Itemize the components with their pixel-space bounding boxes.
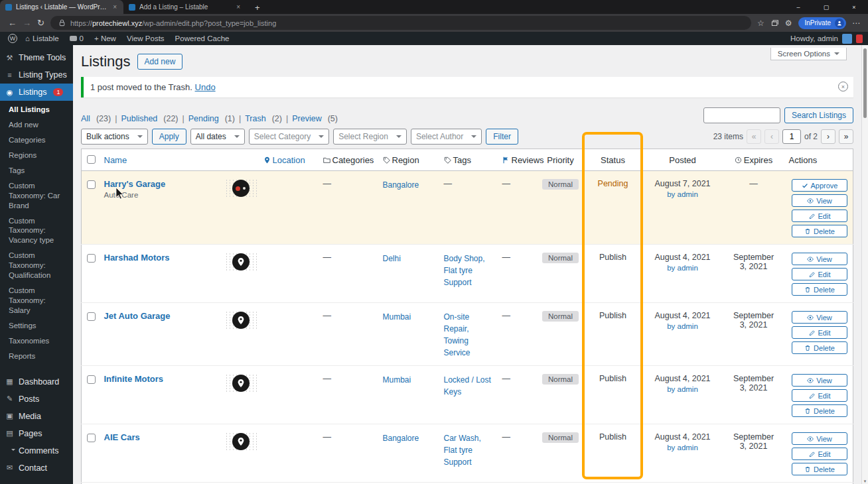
tags-links[interactable]: Body Shop, Flat tyre Support — [444, 253, 492, 288]
view-button[interactable]: View — [792, 432, 847, 445]
edit-button[interactable]: Edit — [792, 210, 847, 222]
current-page-input[interactable] — [782, 129, 801, 144]
sidebar-subitem-all-listings[interactable]: All Listings — [0, 102, 73, 117]
posted-author-link[interactable]: by admin — [667, 190, 698, 198]
column-header-tags[interactable]: Tags — [439, 149, 497, 171]
row-checkbox[interactable] — [87, 434, 96, 442]
browser-menu-icon[interactable]: ⋯ — [852, 19, 860, 28]
category-filter-select[interactable]: Select Category — [249, 129, 329, 145]
sidebar-item-pages[interactable]: ▤ Pages — [0, 425, 73, 442]
sidebar-item-listings[interactable]: ◉ Listings 1 — [0, 84, 73, 101]
listing-name-link[interactable]: Harry's Garage — [104, 179, 166, 189]
region-link[interactable]: Mumbai — [383, 374, 411, 386]
sidebar-item-theme-tools[interactable]: ⚒ Theme Tools — [0, 49, 73, 66]
search-listings-button[interactable]: Search Listings — [784, 107, 853, 123]
adminbar-view-posts[interactable]: View Posts — [121, 32, 170, 45]
adminbar-new-button[interactable]: + New — [89, 32, 121, 45]
dates-filter-select[interactable]: All dates — [190, 129, 245, 145]
settings-gear-icon[interactable]: ⚙ — [785, 19, 792, 28]
tab-close-icon[interactable]: × — [235, 3, 242, 11]
refresh-button[interactable]: ↻ — [37, 19, 44, 27]
tab-add-listing[interactable]: Add a Listing – Listable × — [123, 0, 247, 14]
region-link[interactable]: Bangalore — [383, 432, 419, 444]
sidebar-subitem-qualification[interactable]: Custom Taxonomy: Qualification — [0, 248, 73, 283]
column-header-name[interactable]: Name — [99, 149, 220, 171]
sidebar-subitem-salary[interactable]: Custom Taxonomy: Salary — [0, 283, 73, 318]
edit-button[interactable]: Edit — [792, 326, 847, 339]
scrollbar[interactable]: ▼ — [861, 45, 868, 484]
screen-options-button[interactable]: Screen Options — [770, 48, 847, 60]
tags-links[interactable]: Locked / Lost Keys — [444, 374, 492, 398]
tags-links[interactable]: On-site Repair, Towing Service — [444, 311, 492, 359]
listing-name-link[interactable]: Jet Auto Garage — [104, 311, 171, 321]
close-window-button[interactable]: × — [840, 0, 868, 14]
next-page-button[interactable]: › — [821, 129, 835, 144]
column-header-expires[interactable]: Expires — [724, 149, 784, 171]
filter-pending-link[interactable]: Pending — [188, 114, 219, 123]
column-header-location[interactable]: Location — [258, 149, 318, 171]
collections-icon[interactable] — [770, 19, 779, 27]
add-new-button[interactable]: Add new — [137, 54, 183, 70]
previous-page-button[interactable]: ‹ — [764, 129, 779, 144]
new-tab-button[interactable]: + — [247, 3, 268, 14]
scroll-down-arrow-icon[interactable]: ▼ — [862, 479, 868, 483]
delete-button[interactable]: Delete — [792, 283, 847, 296]
sidebar-subitem-tags[interactable]: Tags — [0, 163, 73, 178]
view-button[interactable]: View — [792, 253, 847, 265]
howdy-admin-link[interactable]: Howdy, admin — [790, 34, 838, 42]
sidebar-subitem-vacancy-type[interactable]: Custom Taxonomy: Vacancy type — [0, 213, 73, 249]
admin-avatar[interactable] — [842, 34, 852, 44]
filter-published-link[interactable]: Published — [121, 114, 157, 123]
column-header-region[interactable]: Region — [378, 149, 439, 171]
delete-button[interactable]: Delete — [792, 463, 847, 475]
region-link[interactable]: Mumbai — [383, 311, 411, 323]
filter-trash-link[interactable]: Trash — [245, 114, 266, 123]
author-filter-select[interactable]: Select Author — [411, 129, 482, 145]
posted-author-link[interactable]: by admin — [667, 322, 698, 330]
dismiss-notice-button[interactable]: × — [838, 82, 848, 91]
column-header-categories[interactable]: Categories — [318, 149, 378, 171]
wordpress-logo-icon[interactable]: W — [8, 34, 17, 43]
sidebar-item-media[interactable]: ▣ Media — [0, 408, 73, 425]
listing-name-link[interactable]: Infinite Motors — [104, 374, 164, 384]
bulk-actions-select[interactable]: Bulk actions — [81, 129, 148, 145]
undo-link[interactable]: Undo — [195, 82, 216, 92]
first-page-button[interactable]: « — [747, 129, 761, 144]
region-filter-select[interactable]: Select Region — [333, 129, 407, 145]
view-button[interactable]: View — [792, 194, 847, 207]
view-button[interactable]: View — [792, 311, 847, 324]
sidebar-subitem-car-brand[interactable]: Custom Taxonomy: Car Brand — [0, 178, 73, 213]
tab-listings[interactable]: Listings ‹ Listable — WordPress × — [0, 0, 123, 14]
sidebar-subitem-categories[interactable]: Categories — [0, 133, 73, 148]
filter-preview-link[interactable]: Preview — [292, 114, 321, 123]
adminbar-powered-cache[interactable]: Powered Cache — [170, 32, 235, 45]
row-checkbox[interactable] — [87, 375, 96, 384]
sidebar-item-posts[interactable]: ✎ Posts — [0, 391, 73, 408]
delete-button[interactable]: Delete — [792, 341, 847, 354]
edit-button[interactable]: Edit — [792, 389, 847, 402]
adminbar-site-name[interactable]: ⌂ Listable — [20, 32, 64, 45]
row-checkbox[interactable] — [87, 312, 96, 321]
favorites-star-icon[interactable]: ☆ — [757, 19, 764, 28]
sidebar-subitem-regions[interactable]: Regions — [0, 148, 73, 163]
tags-links[interactable]: Car Wash, Flat tyre Support — [444, 432, 492, 468]
region-link[interactable]: Bangalore — [383, 179, 419, 191]
sidebar-item-comments[interactable]: Comments — [0, 442, 73, 459]
posted-author-link[interactable]: by admin — [667, 444, 698, 452]
search-input[interactable] — [703, 107, 780, 123]
posted-author-link[interactable]: by admin — [667, 385, 698, 393]
sidebar-item-listing-types[interactable]: ≡ Listing Types — [0, 66, 73, 84]
back-button[interactable]: ← — [8, 19, 17, 27]
scrollbar-thumb[interactable] — [863, 48, 867, 118]
sidebar-item-dashboard[interactable]: ▦ Dashboard — [0, 373, 73, 391]
view-button[interactable]: View — [792, 374, 847, 387]
sidebar-subitem-reports[interactable]: Reports — [0, 349, 73, 364]
url-bar[interactable]: https://protechiewl.xyz/wp-admin/edit.ph… — [50, 16, 751, 30]
sidebar-item-contact[interactable]: ✉ Contact — [0, 459, 73, 477]
filter-all-link[interactable]: All — [81, 114, 90, 123]
approve-button[interactable]: Approve — [792, 179, 847, 192]
last-page-button[interactable]: » — [839, 129, 853, 144]
sidebar-subitem-settings[interactable]: Settings — [0, 318, 73, 333]
column-header-reviews[interactable]: Reviews — [497, 149, 537, 171]
forward-button[interactable]: → — [23, 19, 31, 27]
